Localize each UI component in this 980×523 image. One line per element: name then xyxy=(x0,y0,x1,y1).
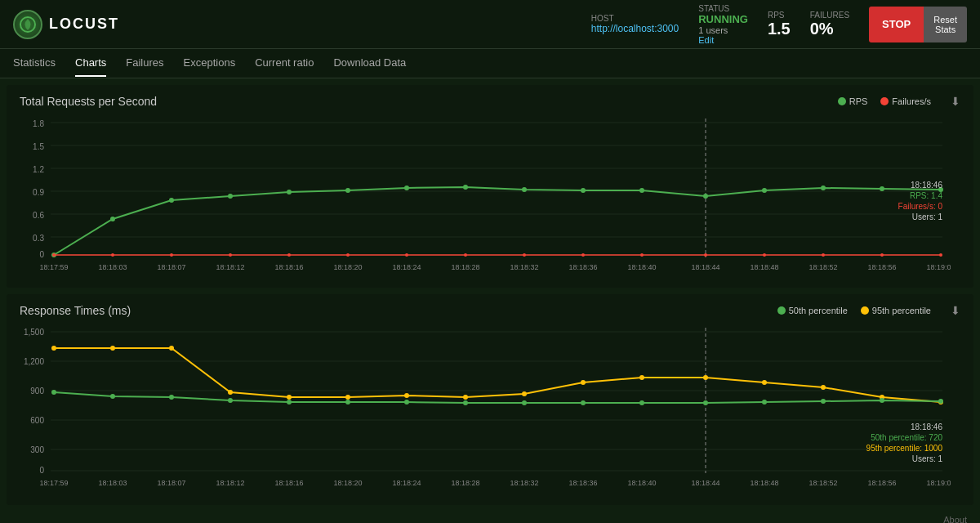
svg-point-106 xyxy=(581,400,586,405)
svg-text:18:18:16: 18:18:16 xyxy=(274,479,303,487)
svg-point-36 xyxy=(287,253,291,257)
status-info: STATUS RUNNING 1 users Edit xyxy=(698,4,748,45)
svg-text:18:18:46: 18:18:46 xyxy=(911,422,942,431)
nav-exceptions[interactable]: Exceptions xyxy=(184,50,236,77)
svg-point-84 xyxy=(228,390,233,395)
svg-point-81 xyxy=(51,346,56,351)
host-label: HOST xyxy=(591,14,614,23)
p95-dot xyxy=(861,306,869,315)
svg-text:300: 300 xyxy=(30,445,44,454)
failures-label: FAILURES xyxy=(810,11,849,20)
svg-point-25 xyxy=(581,188,586,193)
svg-point-17 xyxy=(110,217,115,221)
svg-text:18:18:40: 18:18:40 xyxy=(627,263,656,271)
failures-legend-label: Failures/s xyxy=(892,96,931,106)
rps-legend-failures: Failures/s xyxy=(880,96,931,106)
svg-point-94 xyxy=(821,385,826,390)
svg-text:18:19:00: 18:19:00 xyxy=(926,479,951,487)
p50-legend-item: 50th percentile xyxy=(777,306,848,315)
svg-point-88 xyxy=(463,395,468,400)
response-download-icon[interactable]: ⬇ xyxy=(951,304,960,317)
svg-text:18:18:24: 18:18:24 xyxy=(392,479,421,487)
svg-point-110 xyxy=(821,399,826,404)
svg-point-104 xyxy=(463,400,468,405)
rps-legend-label: RPS xyxy=(849,96,868,106)
svg-text:1,200: 1,200 xyxy=(24,357,44,366)
svg-point-99 xyxy=(169,395,174,400)
svg-text:18:18:24: 18:18:24 xyxy=(392,263,421,271)
svg-point-32 xyxy=(52,253,56,257)
svg-text:Users: 1: Users: 1 xyxy=(912,212,943,221)
svg-text:1,500: 1,500 xyxy=(24,328,44,337)
rps-legend: RPS Failures/s xyxy=(838,96,931,106)
host-info: HOST http://localhost:3000 xyxy=(591,14,679,34)
svg-point-91 xyxy=(639,375,644,380)
status-value: RUNNING xyxy=(698,13,748,25)
svg-point-24 xyxy=(522,187,527,192)
rps-download-icon[interactable]: ⬇ xyxy=(951,95,960,108)
svg-text:18:18:44: 18:18:44 xyxy=(691,479,719,487)
svg-text:18:18:16: 18:18:16 xyxy=(274,263,303,271)
failures-dot xyxy=(880,97,889,105)
response-legend: 50th percentile 95th percentile xyxy=(777,306,931,315)
svg-text:0.6: 0.6 xyxy=(33,211,44,220)
svg-point-101 xyxy=(287,400,292,405)
svg-text:18:17:59: 18:17:59 xyxy=(39,479,68,487)
failures-info: FAILURES 0% xyxy=(810,11,849,38)
svg-text:Users: 1: Users: 1 xyxy=(912,454,943,463)
svg-text:18:18:36: 18:18:36 xyxy=(568,263,597,271)
svg-text:18:18:52: 18:18:52 xyxy=(808,263,837,271)
svg-text:0.9: 0.9 xyxy=(33,188,44,197)
svg-point-105 xyxy=(522,400,527,405)
svg-point-34 xyxy=(170,253,173,257)
svg-point-23 xyxy=(463,185,468,190)
nav-statistics[interactable]: Statistics xyxy=(13,50,56,77)
svg-text:0.3: 0.3 xyxy=(33,234,44,243)
status-label: STATUS xyxy=(698,4,729,13)
nav-failures[interactable]: Failures xyxy=(126,50,163,77)
svg-point-97 xyxy=(51,390,56,395)
rps-dot xyxy=(838,97,846,105)
rps-chart-svg: 1.8 1.5 1.2 0.9 0.6 0.3 0 xyxy=(20,114,951,278)
reset-button[interactable]: Reset Stats xyxy=(924,7,967,42)
logo-icon xyxy=(13,10,42,39)
svg-text:900: 900 xyxy=(30,387,44,396)
response-chart-title: Response Times (ms) xyxy=(20,304,131,317)
svg-point-86 xyxy=(345,395,350,400)
svg-text:18:18:44: 18:18:44 xyxy=(691,263,719,271)
svg-text:18:19:00: 18:19:00 xyxy=(926,263,951,271)
reset-line1: Reset xyxy=(933,15,957,25)
svg-text:600: 600 xyxy=(30,416,44,425)
about-link[interactable]: About xyxy=(943,515,967,523)
svg-text:1.8: 1.8 xyxy=(33,119,44,128)
svg-point-100 xyxy=(228,398,233,403)
svg-point-47 xyxy=(939,253,942,257)
svg-point-43 xyxy=(704,253,707,257)
svg-point-109 xyxy=(762,400,767,405)
svg-point-107 xyxy=(639,400,644,405)
p95-legend-label: 95th percentile xyxy=(872,306,931,315)
rps-label: RPS xyxy=(768,11,785,20)
rps-chart-section: Total Requests per Second RPS Failures/s… xyxy=(7,85,973,288)
navigation: Statistics Charts Failures Exceptions Cu… xyxy=(0,49,980,78)
host-link[interactable]: http://localhost:3000 xyxy=(591,23,679,34)
svg-text:18:18:03: 18:18:03 xyxy=(98,479,127,487)
svg-text:18:18:56: 18:18:56 xyxy=(867,479,896,487)
svg-point-20 xyxy=(287,190,292,194)
svg-text:18:18:32: 18:18:32 xyxy=(510,263,538,271)
svg-text:18:18:20: 18:18:20 xyxy=(333,479,362,487)
svg-point-82 xyxy=(110,346,115,351)
svg-point-45 xyxy=(822,253,825,257)
edit-link[interactable]: Edit xyxy=(698,35,714,45)
nav-download-data[interactable]: Download Data xyxy=(333,50,406,77)
stop-button[interactable]: STOP xyxy=(869,7,924,42)
svg-point-27 xyxy=(703,194,708,199)
nav-current-ratio[interactable]: Current ratio xyxy=(255,50,314,77)
rps-value: 1.5 xyxy=(768,20,791,38)
svg-text:18:18:36: 18:18:36 xyxy=(568,479,597,487)
nav-charts[interactable]: Charts xyxy=(75,50,106,77)
main-content: Total Requests per Second RPS Failures/s… xyxy=(0,78,980,523)
svg-point-33 xyxy=(111,253,114,257)
reset-line2: Stats xyxy=(935,25,956,34)
svg-point-37 xyxy=(346,253,350,257)
